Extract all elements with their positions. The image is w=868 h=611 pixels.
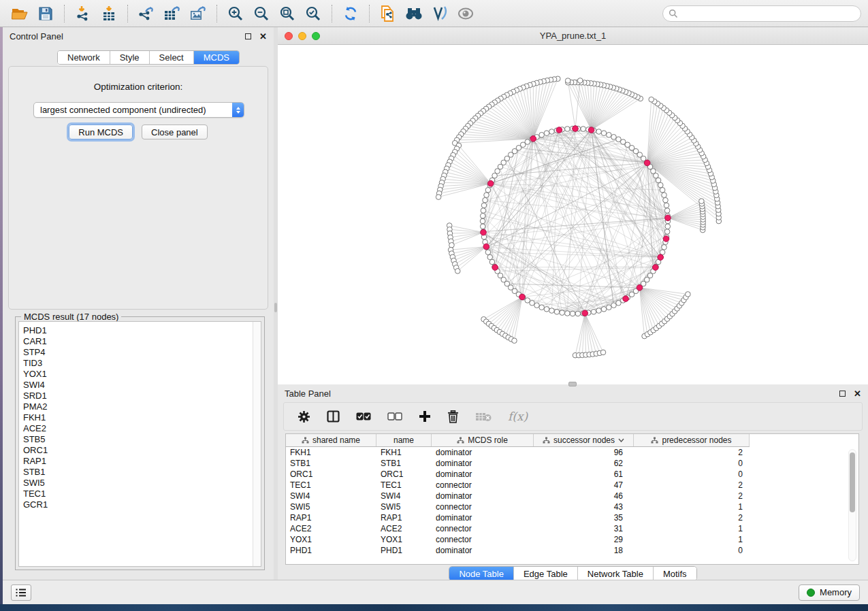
table-cell[interactable]: 29 <box>534 534 634 545</box>
splitter-grip[interactable] <box>274 303 277 312</box>
clone-network-icon[interactable] <box>375 3 401 24</box>
table-row[interactable]: STB1STB1dominator620 <box>286 458 858 469</box>
table-cell[interactable]: 46 <box>534 491 634 501</box>
table-cell[interactable]: dominator <box>432 469 534 480</box>
tab-select[interactable]: Select <box>150 51 194 64</box>
table-cell[interactable]: TEC1 <box>376 480 432 491</box>
show-columns-icon[interactable] <box>327 410 340 423</box>
table-cell[interactable]: 0 <box>634 458 750 469</box>
table-cell[interactable]: SWI5 <box>376 501 432 512</box>
table-cell[interactable]: ACE2 <box>376 523 432 534</box>
mcds-result-item[interactable]: YOX1 <box>23 369 261 380</box>
mcds-result-item[interactable]: TID3 <box>23 358 261 369</box>
table-cell[interactable]: 1 <box>634 523 750 534</box>
table-cell[interactable]: 62 <box>534 458 634 469</box>
show-hide-icon[interactable] <box>453 3 479 24</box>
delete-column-icon[interactable] <box>447 410 459 423</box>
mcds-result-item[interactable]: STB5 <box>23 434 261 445</box>
tab-edge-table[interactable]: Edge Table <box>514 567 578 580</box>
mcds-result-item[interactable]: STP4 <box>23 347 261 358</box>
table-cell[interactable]: STB1 <box>376 458 432 469</box>
optimization-criterion-select[interactable]: largest connected component (undirected) <box>33 102 244 118</box>
tab-network-table[interactable]: Network Table <box>578 567 654 580</box>
table-scrollbar-thumb[interactable] <box>850 452 855 512</box>
mcds-result-item[interactable]: CAR1 <box>23 336 261 347</box>
horizontal-splitter-grip[interactable] <box>568 382 577 386</box>
export-image-icon[interactable] <box>185 3 211 24</box>
zoom-selected-icon[interactable] <box>300 3 326 24</box>
table-cell[interactable]: ORC1 <box>376 469 432 480</box>
table-cell[interactable]: 1 <box>634 501 750 512</box>
run-mcds-button[interactable]: Run MCDS <box>69 125 133 139</box>
table-cell[interactable]: dominator <box>432 545 534 556</box>
table-row[interactable]: ACE2ACE2connector311 <box>286 523 858 534</box>
table-row[interactable]: YOX1YOX1connector291 <box>286 534 858 545</box>
mcds-result-item[interactable]: FKH1 <box>23 412 261 423</box>
table-cell[interactable]: ORC1 <box>286 469 376 480</box>
table-cell[interactable]: 2 <box>634 491 750 501</box>
mcds-list-scrollbar[interactable] <box>253 322 261 566</box>
float-table-panel-icon[interactable] <box>839 391 846 397</box>
table-cell[interactable]: 2 <box>634 480 750 491</box>
create-column-icon[interactable] <box>419 410 431 423</box>
zoom-out-icon[interactable] <box>248 3 274 24</box>
export-table-icon[interactable] <box>159 3 185 24</box>
task-history-button[interactable] <box>11 584 31 601</box>
mcds-result-item[interactable]: GCR1 <box>23 499 261 510</box>
table-cell[interactable]: SWI5 <box>286 501 376 512</box>
column-header-mcds-role[interactable]: MCDS role <box>432 434 534 446</box>
column-header-name[interactable]: name <box>376 434 432 446</box>
mcds-result-item[interactable]: RAP1 <box>23 456 261 467</box>
table-row[interactable]: RAP1RAP1dominator352 <box>286 512 858 523</box>
table-row[interactable]: TEC1TEC1connector472 <box>286 480 858 491</box>
tab-motifs[interactable]: Motifs <box>654 567 696 580</box>
table-cell[interactable]: TEC1 <box>286 480 376 491</box>
table-cell[interactable]: 35 <box>534 512 634 523</box>
table-cell[interactable]: 0 <box>634 469 750 480</box>
table-cell[interactable]: connector <box>432 523 534 534</box>
table-cell[interactable]: RAP1 <box>286 512 376 523</box>
table-cell[interactable]: connector <box>432 480 534 491</box>
table-cell[interactable]: FKH1 <box>286 447 376 458</box>
zoom-fit-icon[interactable] <box>274 3 300 24</box>
table-row[interactable]: SWI5SWI5connector431 <box>286 501 858 512</box>
mcds-result-item[interactable]: ACE2 <box>23 423 261 434</box>
table-cell[interactable]: STB1 <box>286 458 376 469</box>
mcds-result-item[interactable]: TEC1 <box>23 489 261 499</box>
column-header-shared-name[interactable]: shared name <box>286 434 376 446</box>
mcds-result-item[interactable]: ORC1 <box>23 445 261 456</box>
refresh-icon[interactable] <box>338 3 364 24</box>
tab-style[interactable]: Style <box>110 51 150 64</box>
memory-button[interactable]: Memory <box>799 584 860 601</box>
search-box[interactable] <box>662 5 861 22</box>
table-row[interactable]: PHD1PHD1dominator180 <box>286 545 858 556</box>
table-cell[interactable]: SWI4 <box>286 491 376 501</box>
table-cell[interactable]: PHD1 <box>286 545 376 556</box>
table-cell[interactable]: dominator <box>432 491 534 501</box>
network-titlebar[interactable]: YPA_prune.txt_1 <box>278 27 868 45</box>
close-table-panel-icon[interactable]: ✕ <box>854 391 861 397</box>
import-network-icon[interactable] <box>70 3 96 24</box>
table-cell[interactable]: 0 <box>634 545 750 556</box>
network-canvas[interactable] <box>278 45 868 384</box>
close-panel-icon[interactable]: ✕ <box>259 33 267 39</box>
vizmapper-icon[interactable] <box>427 3 453 24</box>
mcds-result-item[interactable]: SWI4 <box>23 380 261 391</box>
table-cell[interactable]: 2 <box>634 512 750 523</box>
column-header-predecessor-nodes[interactable]: predecessor nodes <box>634 434 750 446</box>
table-row[interactable]: FKH1FKH1dominator962 <box>286 447 858 458</box>
table-row[interactable]: ORC1ORC1dominator610 <box>286 469 858 480</box>
export-network-icon[interactable] <box>133 3 159 24</box>
table-cell[interactable]: ACE2 <box>286 523 376 534</box>
zoom-in-icon[interactable] <box>223 3 248 24</box>
select-all-icon[interactable] <box>356 412 371 420</box>
table-cell[interactable]: dominator <box>432 458 534 469</box>
table-cell[interactable]: 96 <box>534 447 634 458</box>
table-cell[interactable]: PHD1 <box>376 545 432 556</box>
search-binoculars-icon[interactable] <box>401 3 427 24</box>
table-cell[interactable]: 2 <box>634 447 750 458</box>
table-cell[interactable]: 1 <box>634 534 750 545</box>
table-cell[interactable]: FKH1 <box>376 447 432 458</box>
column-header-successor-nodes[interactable]: successor nodes <box>534 434 634 446</box>
table-cell[interactable]: YOX1 <box>376 534 432 545</box>
